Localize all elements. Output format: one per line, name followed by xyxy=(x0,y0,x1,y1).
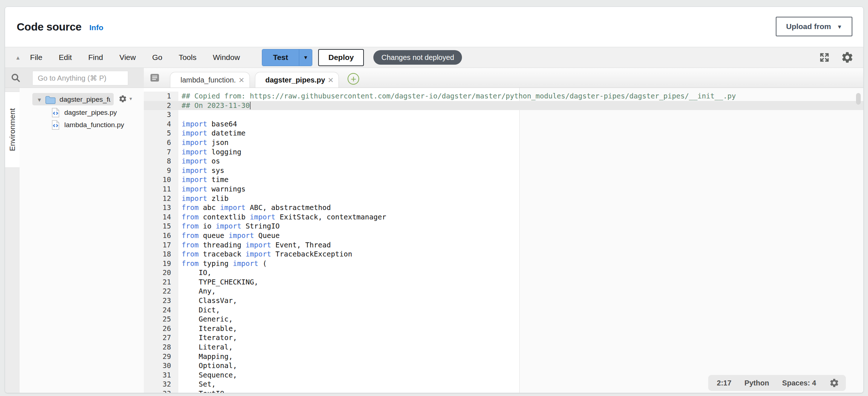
line-number[interactable]: 14 xyxy=(144,213,178,222)
code-line-16[interactable]: 16from queue import Queue xyxy=(144,231,863,241)
code-line-13[interactable]: 13from abc import ABC, abstractmethod xyxy=(144,203,863,213)
settings-gear-icon[interactable] xyxy=(841,51,854,64)
tab-close-icon[interactable]: × xyxy=(239,76,244,84)
code-line-10[interactable]: 10import time xyxy=(144,175,863,185)
tab-lambda_function[interactable]: lambda_function.× xyxy=(170,72,250,88)
goto-anything-input[interactable] xyxy=(32,71,128,85)
code-line-17[interactable]: 17from threading import Event, Thread xyxy=(144,241,863,250)
environment-tab[interactable]: Environment xyxy=(5,92,20,168)
code-line-29[interactable]: 29 Mapping, xyxy=(144,352,863,361)
code-line-11[interactable]: 11import warnings xyxy=(144,185,863,194)
menu-view[interactable]: View xyxy=(119,53,136,62)
code-line-9[interactable]: 9import sys xyxy=(144,166,863,175)
menubar-collapse-icon[interactable]: ▲ xyxy=(15,54,21,61)
code-line-1[interactable]: 1## Copied from: https://raw.githubuserc… xyxy=(144,92,863,101)
code-line-26[interactable]: 26 Iterable, xyxy=(144,324,863,334)
code-line-2[interactable]: 2## On 2023-11-30 xyxy=(144,101,863,110)
upload-from-button[interactable]: Upload from ▼ xyxy=(776,17,852,36)
code-line-18[interactable]: 18from traceback import TracebackExcepti… xyxy=(144,250,863,259)
line-number[interactable]: 24 xyxy=(144,306,178,315)
tree-file-dagster_pipes.py[interactable]: dagster_pipes.py xyxy=(51,107,117,118)
tree-settings-button[interactable]: ▼ xyxy=(118,94,133,103)
code-line-6[interactable]: 6import json xyxy=(144,138,863,148)
folder-disclosure-icon[interactable]: ▼ xyxy=(37,97,42,103)
line-number[interactable]: 6 xyxy=(144,138,178,148)
line-number[interactable]: 19 xyxy=(144,259,178,268)
code-line-23[interactable]: 23 ClassVar, xyxy=(144,296,863,306)
code-line-14[interactable]: 14from contextlib import ExitStack, cont… xyxy=(144,213,863,222)
line-number[interactable]: 15 xyxy=(144,222,178,231)
line-number[interactable]: 27 xyxy=(144,333,178,343)
tree-file-lambda_function.py[interactable]: lambda_function.py xyxy=(51,119,124,131)
tabs: lambda_function.×dagster_pipes.py×+ xyxy=(170,72,359,88)
code-line-19[interactable]: 19from typing import ( xyxy=(144,259,863,268)
line-number[interactable]: 11 xyxy=(144,185,178,194)
code-line-30[interactable]: 30 Optional, xyxy=(144,361,863,371)
code-line-5[interactable]: 5import datetime xyxy=(144,129,863,138)
vertical-scrollbar[interactable] xyxy=(856,93,861,105)
language-mode[interactable]: Python xyxy=(745,379,769,387)
line-content: import sys xyxy=(178,166,863,175)
tab-close-icon[interactable]: × xyxy=(328,76,333,84)
new-tab-button[interactable]: + xyxy=(348,73,359,85)
line-number[interactable]: 2 xyxy=(144,101,178,110)
code-line-28[interactable]: 28 Literal, xyxy=(144,343,863,352)
line-number[interactable]: 32 xyxy=(144,380,178,389)
tab-dagster_pipes.py[interactable]: dagster_pipes.py× xyxy=(255,72,339,88)
tree-folder-row[interactable]: ▼ dagster_pipes_funct xyxy=(32,94,130,105)
line-number[interactable]: 20 xyxy=(144,268,178,278)
test-caret-button[interactable]: ▼ xyxy=(299,49,312,66)
line-number[interactable]: 29 xyxy=(144,352,178,361)
code-line-25[interactable]: 25 Generic, xyxy=(144,315,863,324)
line-number[interactable]: 33 xyxy=(144,389,178,393)
indentation-setting[interactable]: Spaces: 4 xyxy=(782,379,816,387)
menu-find[interactable]: Find xyxy=(88,53,103,62)
code-line-4[interactable]: 4import base64 xyxy=(144,120,863,129)
deploy-button[interactable]: Deploy xyxy=(318,49,364,66)
line-number[interactable]: 30 xyxy=(144,361,178,371)
cursor-position[interactable]: 2:17 xyxy=(717,379,731,387)
line-number[interactable]: 8 xyxy=(144,157,178,166)
test-split-button[interactable]: Test ▼ xyxy=(262,49,313,66)
line-number[interactable]: 12 xyxy=(144,194,178,203)
test-button[interactable]: Test xyxy=(262,49,299,66)
line-number[interactable]: 3 xyxy=(144,110,178,120)
open-files-list-icon[interactable] xyxy=(150,73,160,84)
menu-file[interactable]: File xyxy=(30,53,42,62)
code-line-15[interactable]: 15from io import StringIO xyxy=(144,222,863,231)
line-number[interactable]: 18 xyxy=(144,250,178,259)
line-number[interactable]: 22 xyxy=(144,287,178,296)
line-number[interactable]: 4 xyxy=(144,120,178,129)
code-line-8[interactable]: 8import os xyxy=(144,157,863,166)
line-number[interactable]: 21 xyxy=(144,278,178,287)
line-number[interactable]: 17 xyxy=(144,241,178,250)
code-line-21[interactable]: 21 TYPE_CHECKING, xyxy=(144,278,863,287)
line-number[interactable]: 26 xyxy=(144,324,178,334)
code-line-7[interactable]: 7import logging xyxy=(144,148,863,157)
line-number[interactable]: 31 xyxy=(144,371,178,380)
menu-edit[interactable]: Edit xyxy=(59,53,72,62)
code-editor[interactable]: 1## Copied from: https://raw.githubuserc… xyxy=(144,88,863,393)
line-number[interactable]: 23 xyxy=(144,296,178,306)
line-number[interactable]: 13 xyxy=(144,203,178,213)
line-number[interactable]: 10 xyxy=(144,175,178,185)
line-number[interactable]: 1 xyxy=(144,92,178,101)
line-number[interactable]: 5 xyxy=(144,129,178,138)
fullscreen-icon[interactable] xyxy=(819,52,830,63)
code-line-27[interactable]: 27 Iterator, xyxy=(144,333,863,343)
menu-go[interactable]: Go xyxy=(152,53,162,62)
code-line-12[interactable]: 12import zlib xyxy=(144,194,863,203)
code-line-22[interactable]: 22 Any, xyxy=(144,287,863,296)
line-number[interactable]: 25 xyxy=(144,315,178,324)
editor-settings-gear-icon[interactable] xyxy=(829,378,839,388)
code-line-20[interactable]: 20 IO, xyxy=(144,268,863,278)
info-link[interactable]: Info xyxy=(89,23,103,32)
menu-window[interactable]: Window xyxy=(213,53,240,62)
line-number[interactable]: 28 xyxy=(144,343,178,352)
line-number[interactable]: 16 xyxy=(144,231,178,241)
line-number[interactable]: 9 xyxy=(144,166,178,175)
code-line-3[interactable]: 3 xyxy=(144,110,863,120)
code-line-24[interactable]: 24 Dict, xyxy=(144,306,863,315)
line-number[interactable]: 7 xyxy=(144,148,178,157)
menu-tools[interactable]: Tools xyxy=(179,53,196,62)
